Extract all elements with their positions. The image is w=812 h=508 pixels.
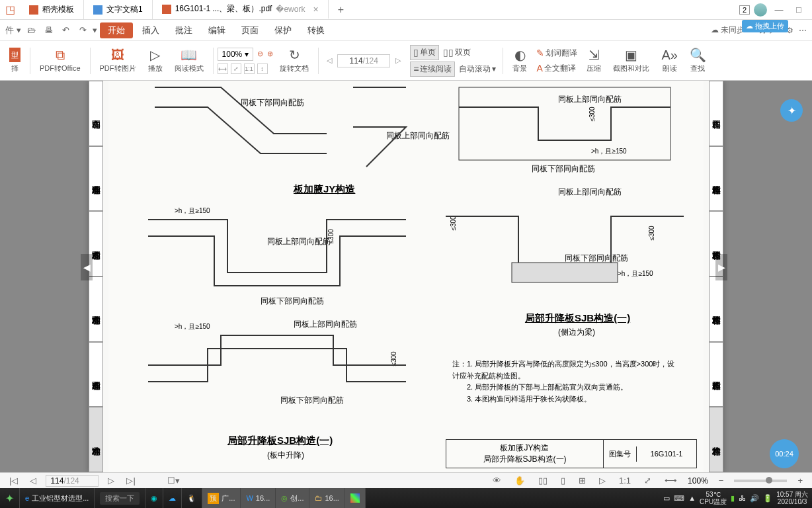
tray-icon[interactable]: ⌨ (674, 494, 684, 503)
truncated-tool[interactable]: 型择 (4, 46, 26, 75)
zoom-slider[interactable] (734, 480, 787, 482)
prev-page-button[interactable]: ◁ (27, 476, 39, 486)
index-tab[interactable]: 标准构造详 (89, 407, 103, 472)
open-icon[interactable]: 🗁 (24, 23, 38, 38)
menu-edit[interactable]: 编辑 (202, 22, 232, 39)
double-page-button[interactable]: ▯▯双页 (440, 45, 473, 60)
tray-net-icon[interactable]: 🖧 (739, 494, 746, 502)
continuous-button[interactable]: ≡连续阅读 (410, 62, 455, 77)
tray-battery-icon[interactable]: ▮ (731, 494, 735, 503)
bookmark-icon[interactable]: ☐▾ (165, 476, 183, 486)
menu-protect[interactable]: 保护 (268, 22, 298, 39)
start-button[interactable]: ✦ (0, 488, 20, 508)
word-translate-button[interactable]: ✎划词翻译 (534, 46, 580, 60)
fit3-icon[interactable]: ⟷ (662, 476, 680, 486)
page-prev-icon[interactable]: ◁ (323, 56, 336, 65)
clock[interactable]: 10:57 周六 2020/10/3 (776, 491, 808, 505)
tab-templates[interactable]: 稻壳模板 (20, 0, 84, 19)
zoom-in-button[interactable]: + (795, 476, 805, 486)
zoom-combo[interactable]: 100% ▾ (218, 48, 254, 61)
last-page-button[interactable]: ▷| (124, 476, 138, 486)
full-translate-button[interactable]: A全文翻译 (534, 62, 580, 75)
task-ie[interactable]: e工业铝型材选型... (20, 488, 95, 508)
first-page-button[interactable]: |◁ (7, 476, 20, 486)
pdf-to-image-button[interactable]: 🖼PDF转图片 (95, 46, 142, 75)
page-nav-left[interactable]: ◀ (81, 254, 93, 280)
rotate-button[interactable]: ↻旋转文档 (274, 46, 314, 75)
truncated-menu[interactable]: 件 (5, 24, 14, 36)
print-icon[interactable]: 🖶 (41, 23, 56, 38)
maximize-button[interactable]: □ (791, 5, 807, 15)
view2-icon[interactable]: ▯ (558, 476, 568, 486)
task-app2[interactable]: ☁ (163, 488, 182, 508)
task-app1[interactable]: ◉ (145, 488, 163, 508)
view3-icon[interactable]: ⊞ (576, 476, 589, 486)
compare-button[interactable]: ▣截图和对比 (608, 46, 655, 75)
compress-button[interactable]: ⇲压缩 (581, 46, 606, 75)
eye-icon[interactable]: 👁 (490, 476, 504, 486)
index-tab[interactable]: 标准构造详图 (709, 146, 723, 212)
fit-height-icon[interactable]: ↕ (257, 64, 268, 74)
tab-pdf-active[interactable]: 16G101-1 ...、梁、板）.pdf �ework × (153, 0, 329, 19)
hand-icon[interactable]: ✋ (512, 476, 528, 486)
view1-icon[interactable]: ▯▯ (536, 476, 550, 486)
task-wps[interactable]: W16... (241, 488, 276, 508)
user-avatar[interactable] (754, 3, 767, 17)
zoom-out-button[interactable]: − (716, 476, 727, 486)
index-tab[interactable]: 标准构造详图 (89, 342, 103, 407)
more-icon[interactable]: ⋯ (799, 26, 807, 35)
float-tools-button[interactable]: ✦ (780, 99, 803, 122)
menu-page[interactable]: 页面 (235, 22, 265, 39)
task-app3[interactable]: ◎创... (276, 488, 309, 508)
undo-icon[interactable]: ↶ (58, 23, 73, 38)
single-page-button[interactable]: ▯单页 (410, 45, 439, 60)
zoom-in-icon[interactable]: ⊕ (267, 50, 273, 58)
task-folder[interactable]: 🗀16... (309, 488, 345, 508)
background-button[interactable]: ◐背景 (507, 46, 532, 75)
play-icon[interactable]: ▷ (596, 476, 608, 486)
menu-annotate[interactable]: 批注 (169, 22, 199, 39)
fit-width-icon[interactable]: ⟷ (218, 64, 228, 74)
tray-vol-icon[interactable]: 🔊 (750, 494, 759, 503)
index-tab[interactable]: 构造详图 (709, 81, 723, 146)
zoom-value[interactable]: 100% (688, 476, 708, 486)
minimize-button[interactable]: — (771, 5, 787, 15)
tab-pin-icon[interactable]: �ework (276, 5, 305, 14)
task-search[interactable]: 搜索一下 (95, 488, 145, 508)
menu-start[interactable]: 开始 (100, 22, 133, 38)
autoscroll-button[interactable]: 自动滚动▾ (456, 62, 499, 77)
recording-timer[interactable]: 00:24 (770, 439, 799, 468)
status-page-input[interactable]: 114/124 (46, 475, 99, 487)
tray-power-icon[interactable]: 🔋 (763, 494, 772, 503)
tab-close-icon[interactable]: × (313, 4, 318, 15)
sync-status[interactable]: ☁ 未同步 (711, 24, 745, 36)
tab-word-doc[interactable]: 文字文稿1 (84, 0, 153, 19)
fit1-icon[interactable]: 1:1 (616, 476, 633, 486)
cpu-temp[interactable]: 53℃CPU温度 (700, 491, 727, 505)
index-tab[interactable]: 标准构造详图 (89, 146, 103, 212)
page-nav-right[interactable]: ▶ (715, 254, 727, 280)
read-mode-button[interactable]: 📖阅读模式 (169, 46, 209, 75)
next-page-button[interactable]: ▷ (105, 476, 117, 486)
menu-insert[interactable]: 插入 (136, 22, 166, 39)
tray-up-icon[interactable]: ▲ (688, 494, 696, 502)
find-button[interactable]: 🔍查找 (684, 46, 711, 75)
tab-add-button[interactable]: + (329, 0, 353, 19)
task-qq[interactable]: 🐧 (182, 488, 202, 508)
page-number-input[interactable]: 114/124 (337, 54, 390, 67)
menu-convert[interactable]: 转换 (301, 22, 331, 39)
read-aloud-button[interactable]: A»朗读 (656, 46, 682, 75)
task-preview[interactable]: 预广... (202, 488, 241, 508)
index-tab[interactable]: 标准构造详图 (709, 276, 723, 342)
task-app4[interactable] (345, 488, 366, 508)
zoom-out-icon[interactable]: ⊖ (257, 50, 263, 58)
index-tab[interactable]: 构造详图 (89, 81, 103, 146)
index-tab[interactable]: 标准构造详 (709, 407, 723, 472)
redo-icon[interactable]: ↷ (75, 23, 90, 38)
upload-hint[interactable]: ☁ 拖拽上传 (742, 20, 788, 32)
play-button[interactable]: ▷播放 (143, 46, 168, 75)
fit2-icon[interactable]: ⤢ (641, 476, 654, 486)
actual-size-icon[interactable]: 1:1 (244, 64, 255, 74)
fit-page-icon[interactable]: ⤢ (231, 64, 241, 74)
index-tab[interactable]: 标准构造详图 (89, 276, 103, 342)
